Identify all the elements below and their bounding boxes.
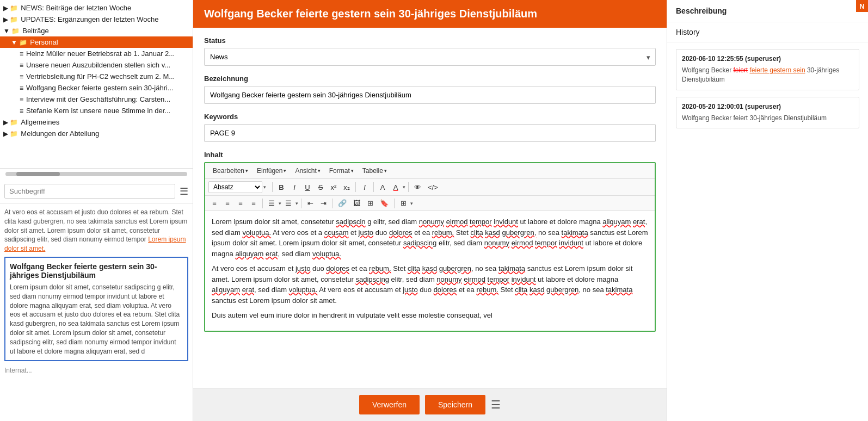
- font-color-caret: ▾: [403, 184, 405, 190]
- status-select-wrapper: News Entwurf Archiv ▾: [204, 48, 656, 66]
- sidebar: ▶ 📁 NEWS: Beiträge der letzten Woche▶ 📁 …: [0, 0, 193, 421]
- underline-button[interactable]: U: [301, 182, 313, 193]
- editor-menubar: Bearbeiten ▾ Einfügen ▾ Ansicht ▾ Format…: [205, 163, 655, 179]
- indent-increase-button[interactable]: ⇥: [317, 198, 329, 208]
- history-section-label: History: [667, 22, 868, 42]
- font-color-button[interactable]: A: [377, 182, 389, 193]
- inhalt-label: Inhalt: [204, 151, 656, 159]
- discard-button[interactable]: Verwerfen: [359, 395, 420, 414]
- menu-format[interactable]: Format ▾: [325, 165, 358, 176]
- del-text-1: feiert: [734, 66, 748, 74]
- tree-icon-item2: ≡: [20, 61, 23, 69]
- beschreibung-label: Beschreibung: [676, 7, 727, 15]
- result-more-hint: Internat...: [4, 367, 188, 374]
- einfuegen-caret: ▾: [284, 168, 286, 174]
- tree-item-beitraege[interactable]: ▼ 📁 Beiträge: [0, 25, 193, 36]
- tabelle-caret: ▾: [384, 168, 387, 174]
- history-meta-1: 2020-06-10 12:25:55 (superuser): [682, 55, 853, 63]
- save-button[interactable]: Speichern: [425, 395, 485, 414]
- subscript-button[interactable]: x₂: [341, 182, 353, 193]
- search-area: ☰: [0, 179, 193, 203]
- font-bgcolor-button[interactable]: A: [390, 182, 402, 193]
- menu-bearbeiten[interactable]: Bearbeiten ▾: [208, 165, 253, 176]
- n-badge: N: [856, 0, 868, 12]
- image-button[interactable]: 🖼: [350, 198, 363, 208]
- tree-icon-beitraege: ▼ 📁: [3, 27, 20, 35]
- italic-button[interactable]: I: [288, 182, 300, 193]
- preview-button[interactable]: 👁: [411, 182, 424, 193]
- main-content: Wolfgang Becker feierte gestern sein 30-…: [193, 0, 667, 421]
- history-text-2: Wolfgang Becker feiert 30-jähriges Diens…: [682, 114, 853, 123]
- ins-text-1: feierte gestern sein: [750, 66, 805, 74]
- tree-item-updates[interactable]: ▶ 📁 UPDATES: Ergänzungen der letzten Woc…: [0, 14, 193, 25]
- status-select[interactable]: News Entwurf Archiv: [204, 48, 656, 66]
- bold-button[interactable]: B: [275, 182, 287, 193]
- separator4: [408, 182, 409, 192]
- tree-item-item3[interactable]: ≡ Vertriebsleitung für PH-C2 wechselt zu…: [0, 71, 193, 82]
- tree-item-personal[interactable]: ▼ 📁 Personal: [0, 36, 193, 48]
- tree-item-item6[interactable]: ≡ Stefanie Kern ist unsere neue Stimme i…: [0, 105, 193, 116]
- hamburger-icon[interactable]: ☰: [180, 185, 188, 197]
- tree-icon-meldungen: ▶ 📁: [3, 130, 18, 138]
- align-center-button[interactable]: ≡: [221, 198, 233, 208]
- tree-icon-personal: ▼ 📁: [11, 39, 27, 46]
- article-header: Wolfgang Becker feierte gestern sein 30-…: [193, 0, 667, 28]
- actions-menu-icon[interactable]: ☰: [491, 398, 501, 411]
- tree-icon-item1: ≡: [20, 50, 23, 58]
- ol-caret: ▾: [296, 201, 298, 206]
- inhalt-group: Inhalt Bearbeiten ▾ Einfügen ▾ Ansicht ▾…: [204, 151, 656, 332]
- keywords-label: Keywords: [204, 113, 656, 121]
- article-form: Status News Entwurf Archiv ▾ Bezeichnung…: [193, 28, 667, 388]
- tree-item-allgemeines[interactable]: ▶ 📁 Allgemeines: [0, 116, 193, 128]
- menu-einfuegen[interactable]: Einfügen ▾: [253, 165, 291, 176]
- tree-icon-item3: ≡: [20, 73, 23, 81]
- tree-icon-item6: ≡: [20, 107, 23, 115]
- link-button[interactable]: 🔗: [335, 198, 349, 208]
- menu-ansicht[interactable]: Ansicht ▾: [291, 165, 324, 176]
- editor-body[interactable]: Lorem ipsum dolor sit amet, consetetur s…: [205, 211, 655, 331]
- tree-icon-item5: ≡: [20, 96, 23, 103]
- tree-item-item1[interactable]: ≡ Heinz Müller neuer Betriebsrat ab 1. J…: [0, 48, 193, 59]
- result-card[interactable]: Wolfgang Becker feierte gestern sein 30-…: [4, 257, 188, 361]
- tree-item-item5[interactable]: ≡ Interview mit der Geschäftsführung: Ca…: [0, 94, 193, 105]
- ol-button[interactable]: ☰: [282, 198, 294, 208]
- history-label: History: [676, 28, 700, 36]
- tree-item-news[interactable]: ▶ 📁 NEWS: Beiträge der letzten Woche: [0, 2, 193, 14]
- paragraph-caret: ▾: [263, 184, 266, 190]
- menu-tabelle[interactable]: Tabelle ▾: [358, 165, 391, 176]
- table-insert-button[interactable]: ⊞: [364, 198, 376, 208]
- history-meta-2: 2020-05-20 12:00:01 (superuser): [682, 103, 853, 110]
- ul-button[interactable]: ☰: [266, 198, 278, 208]
- align-right-button[interactable]: ≡: [235, 198, 247, 208]
- tree-item-meldungen[interactable]: ▶ 📁 Meldungen der Abteilung: [0, 128, 193, 139]
- indent-decrease-button[interactable]: ⇤: [304, 198, 316, 208]
- table-options-button[interactable]: ⊞: [397, 198, 409, 208]
- status-group: Status News Entwurf Archiv ▾: [204, 36, 656, 66]
- separator2: [355, 182, 356, 192]
- bookmark-button[interactable]: 🔖: [377, 198, 391, 208]
- form-actions: Verwerfen Speichern ☰: [193, 388, 667, 421]
- italic-clean-button[interactable]: I: [359, 182, 371, 193]
- history-body: 2020-06-10 12:25:55 (superuser) Wolfgang…: [667, 42, 868, 421]
- tree-item-item4[interactable]: ≡ Wolfgang Becker feierte gestern sein 3…: [0, 82, 193, 94]
- keywords-group: Keywords: [204, 113, 656, 142]
- result-card-title: Wolfgang Becker feierte gestern sein 30-…: [10, 262, 183, 280]
- keywords-input[interactable]: [204, 124, 656, 142]
- editor-toolbar-row1: Absatz Überschrift 1 Überschrift 2 ▾ B I…: [205, 179, 655, 196]
- source-button[interactable]: </>: [425, 182, 441, 193]
- align-left-button[interactable]: ≡: [208, 198, 220, 208]
- bezeichnung-input[interactable]: [204, 86, 656, 104]
- separator8: [394, 199, 395, 208]
- result-card-text: Lorem ipsum dolor sit amet, consetetur s…: [10, 283, 183, 356]
- tree-item-item2[interactable]: ≡ Unsere neuen Auszubildenden stellen si…: [0, 59, 193, 71]
- superscript-button[interactable]: x²: [328, 182, 340, 193]
- status-label: Status: [204, 36, 656, 45]
- tree-area: ▶ 📁 NEWS: Beiträge der letzten Woche▶ 📁 …: [0, 0, 193, 169]
- paragraph-select[interactable]: Absatz Überschrift 1 Überschrift 2: [208, 181, 262, 193]
- history-entry-2: 2020-05-20 12:00:01 (superuser) Wolfgang…: [676, 97, 859, 129]
- history-entry-1: 2020-06-10 12:25:55 (superuser) Wolfgang…: [676, 49, 859, 90]
- strikethrough-button[interactable]: S: [315, 182, 327, 193]
- search-input[interactable]: [4, 184, 175, 199]
- align-justify-button[interactable]: ≡: [248, 198, 260, 208]
- history-text-1: Wolfgang Becker feiert feierte gestern s…: [682, 66, 853, 84]
